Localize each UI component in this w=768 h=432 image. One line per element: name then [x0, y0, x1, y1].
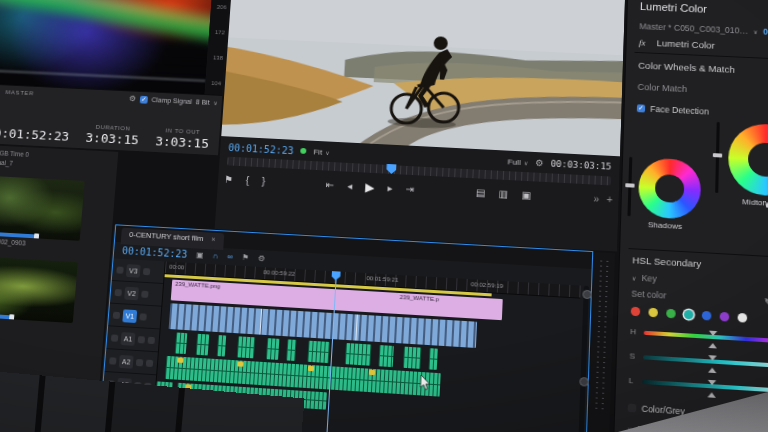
track-header-a1[interactable]: A1 — [106, 326, 159, 352]
step-back-button[interactable]: ◂ — [347, 177, 353, 197]
swatch-red[interactable] — [631, 307, 641, 317]
audio-clip[interactable] — [403, 347, 421, 369]
scopes-wrench-icon[interactable]: ⚙ — [129, 94, 137, 103]
audio-clip[interactable] — [175, 332, 187, 354]
video-clip-pink[interactable]: 239_WATTE.p — [396, 293, 503, 320]
mouse-cursor — [419, 374, 431, 391]
step-forward-button[interactable]: ▸ — [387, 179, 393, 199]
zoom-level-dropdown[interactable]: Fit ∨ — [313, 147, 330, 157]
mute-icon[interactable] — [138, 336, 145, 343]
chevron-down-icon[interactable]: ∨ — [632, 274, 637, 281]
master-timecode[interactable]: 00:01:52:23 — [0, 125, 70, 143]
clamp-signal-label: Clamp Signal — [151, 96, 192, 105]
eye-icon[interactable] — [139, 313, 146, 320]
lock-icon[interactable] — [111, 334, 118, 341]
swatch-cyan[interactable] — [684, 310, 694, 320]
export-frame-button[interactable]: ▣ — [521, 186, 531, 206]
bit-depth-label[interactable]: 8 Bit — [196, 98, 210, 105]
audio-meter-right — [601, 261, 608, 414]
saturation-range-slider[interactable] — [643, 355, 768, 369]
chevron-down-icon[interactable]: ∨ — [753, 28, 758, 35]
duration-value: 3:03:15 — [85, 130, 139, 147]
mark-out-button[interactable]: } — [261, 172, 266, 192]
swatch-yellow[interactable] — [648, 308, 658, 318]
more-controls-button[interactable]: » — [593, 189, 599, 209]
project-clip-thumbnail[interactable] — [0, 175, 85, 240]
audio-clip[interactable] — [266, 338, 280, 360]
waveform-graphic — [0, 0, 213, 95]
section-hsl-secondary[interactable]: HSL Secondary — [632, 254, 701, 269]
lock-icon[interactable] — [109, 357, 116, 364]
midtones-color-wheel[interactable] — [728, 122, 768, 197]
lock-icon[interactable] — [113, 311, 120, 318]
midtones-level-slider[interactable] — [715, 122, 720, 193]
eye-icon[interactable] — [143, 268, 150, 275]
solo-icon[interactable] — [146, 359, 153, 366]
bin-breadcrumb[interactable]: Bin: Final_7 — [0, 158, 13, 166]
go-to-in-button[interactable]: ⇤ — [325, 175, 335, 195]
swatch-white[interactable] — [738, 313, 748, 323]
clamp-signal-checkbox[interactable]: ✓ — [140, 95, 148, 103]
nest-icon[interactable]: ▣ — [196, 250, 204, 259]
swatch-purple[interactable] — [720, 312, 730, 322]
audio-clip[interactable] — [237, 336, 255, 358]
swatch-green[interactable] — [666, 309, 676, 319]
mark-in-button[interactable]: { — [245, 171, 250, 191]
macbook-laptop: MacBook Pro 240 206 172 138 104 — [0, 0, 768, 432]
luma-range-slider[interactable] — [642, 379, 768, 393]
hover-scrub-bar[interactable] — [0, 313, 12, 320]
audio-clip[interactable] — [378, 345, 394, 367]
extract-button[interactable]: ▥ — [498, 184, 508, 204]
marker-icon[interactable]: ⚑ — [242, 253, 250, 262]
eyedropper-icon[interactable]: ✐ — [763, 297, 768, 305]
screen-bezel: MacBook Pro 240 206 172 138 104 — [0, 0, 768, 432]
program-wrench-icon[interactable]: ⚙ — [535, 158, 544, 168]
rgb-parade-waveform — [0, 0, 213, 95]
timeline-current-timecode[interactable]: 00:01:52:23 — [122, 245, 188, 259]
audio-clip[interactable] — [345, 343, 371, 366]
audio-clip[interactable] — [429, 348, 438, 370]
effect-name[interactable]: Lumetri Color — [657, 37, 715, 50]
sequence-name-link[interactable]: 0-CENTURY — [763, 27, 768, 39]
mute-icon[interactable] — [136, 358, 143, 365]
audio-clip[interactable] — [216, 335, 226, 356]
lock-icon[interactable] — [116, 266, 123, 273]
track-header-a2[interactable]: A2 — [104, 349, 157, 375]
shadows-color-wheel[interactable] — [638, 157, 702, 220]
hover-scrub-bar[interactable] — [0, 231, 36, 238]
lift-button[interactable]: ▤ — [475, 183, 485, 203]
program-playhead[interactable] — [386, 164, 397, 174]
in-to-out-value: 3:03:15 — [155, 134, 210, 151]
playback-resolution-dropdown[interactable]: Full ∨ — [507, 157, 528, 167]
play-button[interactable]: ▶ — [365, 177, 375, 197]
snap-icon[interactable]: ∩ — [212, 251, 218, 260]
go-to-out-button[interactable]: ⇥ — [405, 180, 414, 200]
track-header-v1[interactable]: V1 — [108, 304, 161, 330]
audio-clip[interactable] — [307, 341, 329, 363]
lock-icon[interactable] — [115, 289, 122, 296]
linked-selection-icon[interactable]: ∞ — [227, 252, 233, 261]
program-current-timecode[interactable]: 00:01:52:23 — [228, 142, 294, 156]
face-detection-checkbox[interactable]: ✓ — [637, 104, 645, 112]
video-frame-cyclist — [221, 0, 625, 156]
section-color-wheels[interactable]: Color Wheels & Match — [638, 60, 735, 75]
swatch-blue[interactable] — [702, 311, 712, 321]
color-grey-checkbox[interactable] — [628, 403, 637, 412]
shadows-level-slider[interactable] — [627, 157, 632, 216]
track-header-v2[interactable]: V2 — [110, 281, 163, 307]
master-label: MASTER — [5, 89, 34, 96]
project-clip-thumbnail[interactable] — [0, 256, 78, 323]
solo-icon[interactable] — [148, 336, 155, 343]
premiere-app-window: 240 206 172 138 104 MASTER ⚙ ✓ Clamp Sig… — [0, 0, 768, 432]
add-marker-button[interactable]: ⚑ — [223, 170, 233, 190]
eye-icon[interactable] — [141, 290, 148, 297]
master-clip-label[interactable]: Master * C050_C003_010… — [639, 21, 748, 35]
hue-range-slider[interactable] — [644, 330, 768, 343]
audio-clip[interactable] — [196, 334, 210, 356]
chevron-down-icon[interactable]: ∨ — [213, 99, 218, 106]
button-editor-button[interactable]: + — [606, 190, 613, 210]
audio-clip[interactable] — [287, 339, 297, 361]
track-header-v3[interactable]: V3 — [112, 258, 165, 284]
wrench-icon[interactable]: ⚙ — [258, 254, 266, 263]
fx-badge-icon: fx — [639, 37, 646, 47]
